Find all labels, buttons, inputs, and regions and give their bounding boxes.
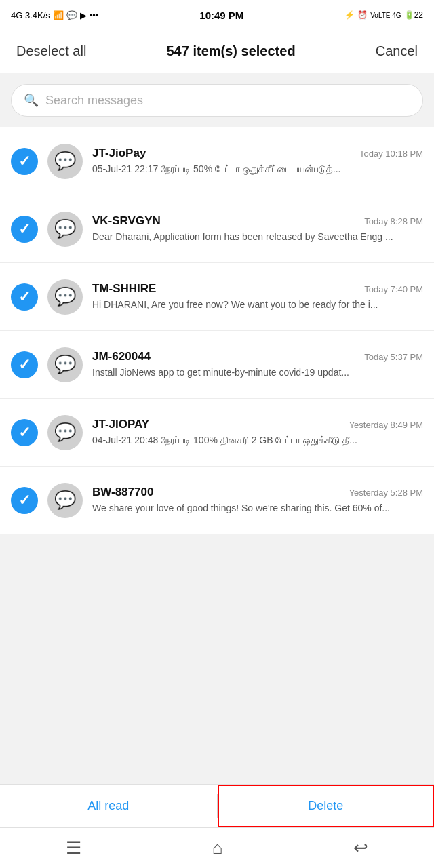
message-preview: 05-Jul-21 22:17 நேரப்படி 50% டேட்டா ஒதுக… — [92, 163, 423, 176]
deselect-all-button[interactable]: Deselect all — [16, 43, 86, 59]
avatar: 💬 — [47, 212, 83, 247]
avatar: 💬 — [47, 347, 83, 382]
message-content-1: VK-SRVGYN Today 8:28 PM Dear Dharani, Ap… — [92, 214, 423, 244]
message-header-1: VK-SRVGYN Today 8:28 PM — [92, 214, 423, 228]
check-icon: ✓ — [18, 153, 31, 170]
status-right: ⚡ ⏰ VoLTE 4G 🔋22 — [344, 10, 423, 20]
whatsapp-icon: 💬 — [66, 10, 77, 20]
select-checkbox-4[interactable]: ✓ — [11, 419, 38, 446]
selected-count-label: 547 item(s) selected — [167, 43, 296, 59]
list-item[interactable]: ✓ 💬 JM-620044 Today 5:37 PM Install JioN… — [0, 331, 434, 399]
list-item[interactable]: ✓ 💬 VK-SRVGYN Today 8:28 PM Dear Dharani… — [0, 195, 434, 263]
check-icon: ✓ — [18, 356, 31, 374]
message-time: Yesterday 5:28 PM — [349, 488, 423, 498]
message-sender: JT-JIOPAY — [92, 418, 149, 431]
message-sender: JM-620044 — [92, 350, 151, 363]
message-content-5: BW-887700 Yesterday 5:28 PM We share you… — [92, 486, 423, 515]
message-preview: Install JioNews app to get minute-by-min… — [92, 366, 423, 380]
message-preview: We share your love of good things! So we… — [92, 502, 423, 515]
dots-icon: ••• — [90, 10, 99, 20]
message-icon: 💬 — [54, 490, 76, 511]
list-item[interactable]: ✓ 💬 JT-JIOPAY Yesterday 8:49 PM 04-Jul-2… — [0, 399, 434, 467]
message-icon: 💬 — [54, 286, 76, 307]
select-checkbox-2[interactable]: ✓ — [11, 283, 38, 311]
message-content-0: JT-JioPay Today 10:18 PM 05-Jul-21 22:17… — [92, 146, 423, 176]
signal-icon: 📶 — [53, 10, 64, 20]
cancel-button[interactable]: Cancel — [376, 43, 418, 59]
avatar: 💬 — [47, 483, 83, 518]
message-header-4: JT-JIOPAY Yesterday 8:49 PM — [92, 418, 423, 431]
message-time: Today 8:28 PM — [364, 216, 423, 226]
top-action-bar: Deselect all 547 item(s) selected Cancel — [0, 30, 434, 73]
avatar: 💬 — [47, 415, 83, 450]
message-header-3: JM-620044 Today 5:37 PM — [92, 350, 423, 363]
message-time: Today 10:18 PM — [359, 149, 423, 159]
bluetooth-icon: ⚡ — [344, 10, 355, 20]
message-time: Today 5:37 PM — [364, 352, 423, 362]
battery-indicator: 🔋22 — [404, 10, 423, 20]
message-icon: 💬 — [54, 218, 76, 239]
volte-icon: VoLTE 4G — [370, 12, 401, 19]
list-item[interactable]: ✓ 💬 JT-JioPay Today 10:18 PM 05-Jul-21 2… — [0, 127, 434, 195]
status-left: 4G 3.4K/s 📶 💬 ▶ ••• — [11, 10, 98, 20]
all-read-button[interactable]: All read — [0, 785, 217, 827]
message-time: Yesterday 8:49 PM — [349, 420, 423, 430]
nav-bar: ☰ ⌂ ↩ — [0, 827, 434, 868]
search-bar[interactable]: 🔍 Search messages — [11, 84, 423, 117]
message-sender: TM-SHHIRE — [92, 282, 156, 296]
message-preview: Dear Dharani, Application form has been … — [92, 231, 423, 244]
select-checkbox-3[interactable]: ✓ — [11, 351, 38, 378]
search-placeholder: Search messages — [45, 94, 143, 108]
message-icon: 💬 — [54, 151, 76, 172]
bottom-action-bar: All read Delete — [0, 784, 434, 827]
select-checkbox-5[interactable]: ✓ — [11, 487, 38, 514]
menu-button[interactable]: ☰ — [66, 837, 81, 859]
check-icon: ✓ — [18, 288, 31, 306]
status-bar: 4G 3.4K/s 📶 💬 ▶ ••• 10:49 PM ⚡ ⏰ VoLTE 4… — [0, 0, 434, 30]
check-icon: ✓ — [18, 492, 31, 509]
delete-button[interactable]: Delete — [218, 785, 435, 827]
avatar: 💬 — [47, 144, 83, 179]
status-time: 10:49 PM — [199, 9, 243, 21]
message-header-0: JT-JioPay Today 10:18 PM — [92, 146, 423, 160]
list-item[interactable]: ✓ 💬 BW-887700 Yesterday 5:28 PM We share… — [0, 467, 434, 534]
message-content-2: TM-SHHIRE Today 7:40 PM Hi DHARANI, Are … — [92, 282, 423, 312]
check-icon: ✓ — [18, 424, 31, 441]
message-icon: 💬 — [54, 354, 76, 375]
search-bar-container: 🔍 Search messages — [0, 73, 434, 127]
message-header-2: TM-SHHIRE Today 7:40 PM — [92, 282, 423, 296]
select-checkbox-0[interactable]: ✓ — [11, 148, 38, 175]
network-info: 4G 3.4K/s — [11, 10, 50, 20]
message-sender: VK-SRVGYN — [92, 214, 161, 228]
message-content-4: JT-JIOPAY Yesterday 8:49 PM 04-Jul-21 20… — [92, 418, 423, 448]
messages-list: ✓ 💬 JT-JioPay Today 10:18 PM 05-Jul-21 2… — [0, 127, 434, 784]
message-preview: 04-Jul-21 20:48 நேரப்படி 100% தினசரி 2 G… — [92, 434, 423, 448]
message-preview: Hi DHARANI, Are you free now? We want yo… — [92, 298, 423, 312]
message-time: Today 7:40 PM — [364, 284, 423, 294]
message-sender: BW-887700 — [92, 486, 153, 499]
message-sender: JT-JioPay — [92, 146, 146, 160]
search-icon: 🔍 — [24, 93, 39, 108]
avatar: 💬 — [47, 279, 83, 315]
home-button[interactable]: ⌂ — [212, 837, 223, 859]
message-header-5: BW-887700 Yesterday 5:28 PM — [92, 486, 423, 499]
list-item[interactable]: ✓ 💬 TM-SHHIRE Today 7:40 PM Hi DHARANI, … — [0, 263, 434, 331]
youtube-icon: ▶ — [80, 10, 87, 20]
select-checkbox-1[interactable]: ✓ — [11, 216, 38, 243]
alarm-icon: ⏰ — [357, 10, 368, 20]
message-content-3: JM-620044 Today 5:37 PM Install JioNews … — [92, 350, 423, 380]
message-icon: 💬 — [54, 422, 76, 443]
back-button[interactable]: ↩ — [353, 837, 368, 859]
check-icon: ✓ — [18, 220, 31, 238]
